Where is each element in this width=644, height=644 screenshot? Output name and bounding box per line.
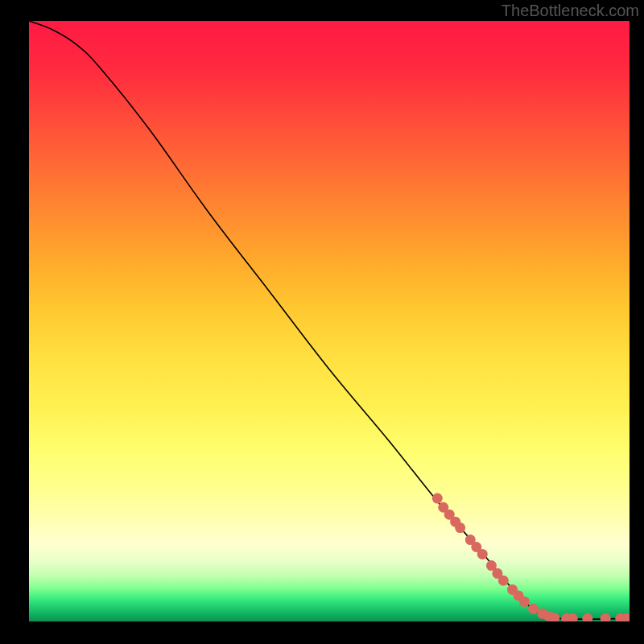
chart-background-gradient (29, 21, 630, 621)
watermark-text: TheBottleneck.com (502, 2, 639, 20)
